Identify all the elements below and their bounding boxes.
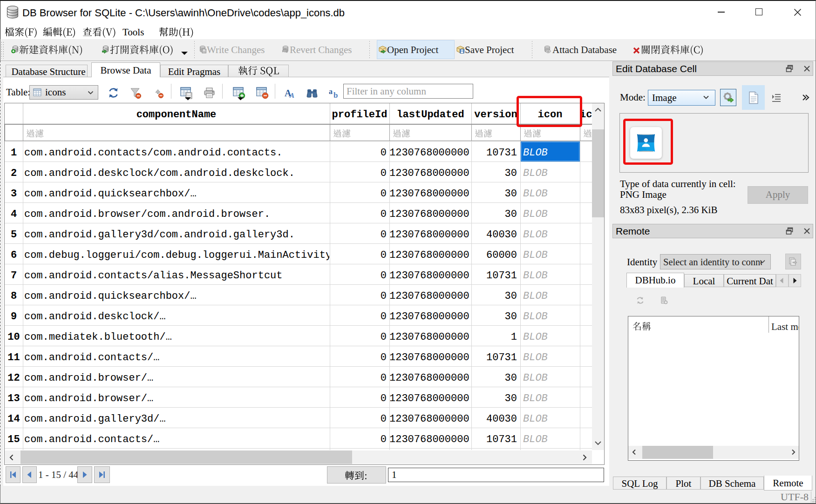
svg-text:b: b bbox=[333, 91, 338, 99]
svg-text:a: a bbox=[329, 87, 333, 95]
svg-text:A: A bbox=[289, 92, 294, 99]
